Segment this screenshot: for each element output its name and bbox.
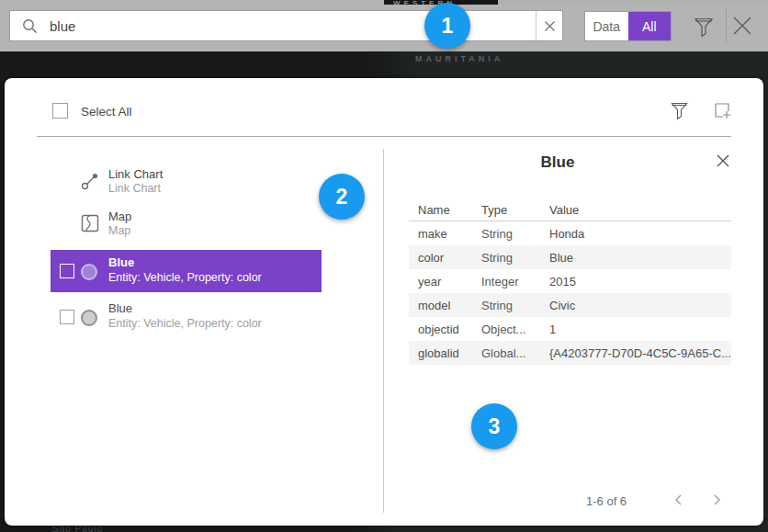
search-results-panel: Select All Link Chart Link Chart Map Map… [5, 78, 763, 526]
cell-type: String [481, 299, 549, 312]
add-to-selection-icon[interactable] [713, 101, 733, 121]
table-row: color String Blue [409, 245, 731, 269]
cell-value: 2015 [549, 275, 731, 289]
list-item-subtitle: Entity: Vehicle, Property: color [108, 271, 262, 284]
header-divider [37, 136, 731, 137]
list-item-title: Link Chart [108, 167, 163, 181]
cell-type: Object... [481, 323, 549, 336]
callout-3: 3 [471, 403, 517, 449]
cell-value: Civic [549, 299, 731, 312]
cell-type: Global... [481, 346, 549, 360]
map-icon [81, 214, 99, 232]
list-item-title: Blue [108, 301, 132, 315]
scope-option-data[interactable]: Data [585, 12, 628, 40]
cell-name: make [418, 227, 481, 241]
row-checkbox[interactable] [60, 264, 74, 278]
list-item-title: Map [108, 209, 131, 223]
table-row: globalid Global... {A4203777-D70D-4C5C-9… [409, 341, 731, 365]
cell-name: color [418, 251, 481, 265]
table-row: year Integer 2015 [409, 269, 731, 293]
list-item-title: Blue [108, 255, 134, 269]
callout-1: 1 [424, 3, 470, 49]
cell-name: year [418, 275, 481, 289]
pagination-prev-icon[interactable] [672, 492, 686, 507]
cell-name: objectid [418, 323, 481, 336]
link-chart-icon [81, 172, 99, 190]
table-row: objectid Object... 1 [409, 317, 731, 341]
cell-name: globalid [418, 346, 481, 360]
pagination-label: 1-6 of 6 [586, 494, 627, 508]
row-checkbox[interactable] [60, 310, 74, 324]
toolbar-divider [726, 9, 727, 42]
detail-title: Blue [384, 153, 731, 172]
map-label-mauritania: MAURITANIA [415, 54, 503, 63]
scope-toggle: Data All [584, 11, 672, 41]
cell-value: Blue [549, 251, 731, 265]
list-item-subtitle: Entity: Vehicle, Property: color [108, 317, 262, 330]
cell-value: {A4203777-D70D-4C5C-9A65-C... [549, 346, 731, 360]
list-item-blue[interactable]: Blue Entity: Vehicle, Property: color [51, 297, 322, 339]
search-clear-icon[interactable] [536, 11, 562, 40]
entity-dot-icon [81, 264, 97, 280]
attribute-table: Name Type Value make String Honda color … [409, 199, 731, 365]
cell-value: 1 [549, 323, 731, 336]
cell-type: String [481, 227, 549, 241]
table-row: model String Civic [409, 293, 731, 317]
cell-name: model [418, 299, 481, 312]
col-header-type: Type [481, 203, 549, 217]
toolbar-close-icon[interactable] [731, 15, 753, 37]
col-header-name: Name [418, 203, 481, 217]
toolbar-filter-icon[interactable] [694, 16, 714, 38]
cell-value: Honda [549, 227, 731, 241]
cell-type: String [481, 251, 549, 265]
list-item-subtitle: Link Chart [108, 182, 161, 195]
table-row: make String Honda [409, 221, 731, 245]
scope-option-all[interactable]: All [628, 12, 672, 40]
search-icon [22, 18, 38, 34]
detail-close-icon[interactable] [715, 153, 731, 169]
entity-dot-icon [81, 310, 97, 326]
callout-2: 2 [319, 174, 365, 220]
col-header-value: Value [549, 203, 731, 217]
cell-type: Integer [481, 275, 549, 289]
select-all-label: Select All [81, 105, 132, 119]
search-box[interactable] [9, 10, 563, 41]
list-item-subtitle: Map [108, 224, 130, 237]
filter-icon[interactable] [671, 101, 688, 120]
search-toolbar: Data All [0, 5, 768, 51]
list-detail-divider [383, 149, 384, 513]
select-all-checkbox[interactable] [52, 103, 68, 119]
list-item-blue-selected[interactable]: Blue Entity: Vehicle, Property: color [51, 250, 322, 292]
pagination-next-icon[interactable] [709, 492, 724, 507]
table-header-row: Name Type Value [409, 199, 731, 221]
